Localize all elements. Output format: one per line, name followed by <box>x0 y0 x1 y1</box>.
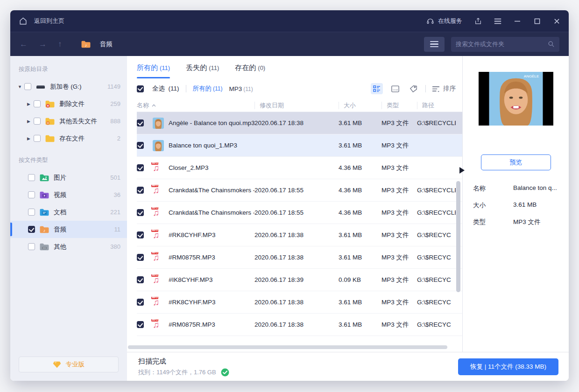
search-input[interactable] <box>456 41 548 48</box>
checkbox-icon[interactable] <box>137 164 144 171</box>
file-type: MP3 文件 <box>381 186 417 195</box>
file-name: Balance ton quoi_1.MP3 <box>169 142 237 149</box>
minimize-button[interactable] <box>514 17 521 25</box>
tab-1[interactable]: 丢失的(11) <box>186 63 219 78</box>
close-icon <box>554 18 560 24</box>
caret-right-icon[interactable]: ▶ <box>27 119 34 124</box>
filetype-label: 音频 <box>54 225 66 234</box>
tree-item-3[interactable]: ▶ 存在文件2 <box>10 130 127 147</box>
checkbox-icon[interactable] <box>28 226 35 233</box>
file-name: #RM0875R.MP3 <box>169 254 215 261</box>
file-date: 2020.06.17 18:38 <box>254 321 339 328</box>
checkbox-icon[interactable] <box>24 83 31 90</box>
caret-right-icon[interactable]: ▶ <box>27 102 34 106</box>
table-row[interactable]: Angèle - Balance ton quoi.mp32020.06.17 … <box>137 112 462 134</box>
tree-item-label: 存在文件 <box>59 134 85 143</box>
table-row[interactable]: ♫MP3Crankdat&The Chainsmokers - ...2020.… <box>137 202 462 224</box>
file-type: MP3 文件 <box>381 119 417 127</box>
pro-version-button[interactable]: 专业版 <box>19 357 119 372</box>
maximize-button[interactable] <box>533 17 541 25</box>
filter-mp3-link[interactable]: MP3(11) <box>229 85 253 92</box>
caret-down-icon[interactable]: ▼ <box>18 84 24 89</box>
up-arrow-icon[interactable]: ↑ <box>58 40 62 49</box>
table-row[interactable]: ♫MP3Closer_2.MP34.36 MBMP3 文件 <box>137 157 462 179</box>
filetype-item-2[interactable]: 文档221 <box>10 203 127 221</box>
share-button[interactable] <box>474 17 482 25</box>
table-row[interactable]: ♫MP3#IK8CYHF.MP32020.06.17 18:390.09 KBM… <box>137 269 462 291</box>
filter-all-link[interactable]: 所有的(11) <box>193 84 223 93</box>
tree-item-2[interactable]: ▶ 其他丢失文件888 <box>10 112 127 130</box>
vertical-scrollbar[interactable] <box>456 181 460 292</box>
checkbox-icon[interactable] <box>34 135 41 142</box>
mp3-badge: MP3 <box>151 252 158 254</box>
back-arrow-icon[interactable]: ← <box>20 40 28 49</box>
file-details: 名称Balance ton q...大小3.61 MB类型MP3 文件 <box>463 184 569 226</box>
checkbox-icon[interactable] <box>34 100 41 107</box>
sort-button[interactable]: 排序 <box>432 84 456 93</box>
back-to-home-button[interactable]: 返回到主页 <box>19 17 64 26</box>
checkbox-icon[interactable] <box>137 187 144 194</box>
checkbox-icon[interactable] <box>137 276 144 283</box>
checkbox-icon[interactable] <box>28 209 35 216</box>
collapse-panel-arrow[interactable] <box>459 167 465 174</box>
mp3-file-icon: ♫MP3 <box>153 274 164 286</box>
checkbox-icon[interactable] <box>137 209 144 216</box>
checkbox-icon[interactable] <box>137 119 144 126</box>
table-row[interactable]: ♫MP3#RK8CYHF.MP32020.06.17 18:383.61 MBM… <box>137 291 462 314</box>
filetype-item-4[interactable]: 其他380 <box>10 238 127 255</box>
checkbox-icon[interactable] <box>137 231 144 238</box>
filetype-item-3[interactable]: ♪音频11 <box>10 221 127 238</box>
column-header-path[interactable]: 路径 <box>417 102 456 109</box>
select-all-checkbox[interactable]: 全选 (11) <box>137 84 179 93</box>
file-size: 3.61 MB <box>339 299 381 306</box>
column-header-date[interactable]: 修改日期 <box>254 102 339 109</box>
tab-2[interactable]: 存在的(0) <box>235 63 265 78</box>
online-service-label: 在线服务 <box>438 17 462 25</box>
column-header-type[interactable]: 类型 <box>381 102 417 109</box>
filetype-item-0[interactable]: 图片501 <box>10 169 127 186</box>
recover-button[interactable]: 恢复 | 11个文件 (38.33 MB) <box>458 358 558 375</box>
table-row[interactable]: ♫MP3#RM0875R.MP32020.06.17 18:383.61 MBM… <box>137 246 462 269</box>
table-row[interactable]: ♫MP3#RM0875R.MP32020.06.17 18:383.61 MBM… <box>137 314 462 336</box>
column-header-name[interactable]: 名称 <box>137 102 254 109</box>
checkbox-icon[interactable] <box>28 191 35 198</box>
checkbox-icon[interactable] <box>137 254 144 261</box>
app-menu-button[interactable] <box>494 17 501 25</box>
tab-0[interactable]: 所有的(11) <box>137 63 170 78</box>
forward-arrow-icon[interactable]: → <box>39 40 47 49</box>
table-row[interactable]: ♫MP3#RK8CYHF.MP32020.06.17 18:383.61 MBM… <box>137 224 462 246</box>
headset-icon <box>426 17 434 25</box>
preview-button[interactable]: 预览 <box>481 154 551 170</box>
filetype-item-1[interactable]: 视频36 <box>10 186 127 203</box>
sidebar: 按原始目录 ▼新加卷 (G:)1149▶ 删除文件259▶ 其他丢失文件888▶… <box>10 56 127 381</box>
tree-item-0[interactable]: ▼新加卷 (G:)1149 <box>10 78 127 95</box>
filter-menu-button[interactable] <box>424 37 445 52</box>
checkbox-icon[interactable] <box>34 118 41 125</box>
checkbox-icon[interactable] <box>137 321 144 328</box>
mp3-file-icon: ♫MP3 <box>153 319 164 330</box>
table-row[interactable]: Balance ton quoi_1.MP33.61 MBMP3 文件 <box>137 134 462 157</box>
divider <box>186 85 186 92</box>
checkbox-icon[interactable] <box>137 142 144 149</box>
table-row[interactable]: ♫MP3Crankdat&The Chainsmokers - ...2020.… <box>137 179 462 202</box>
checkbox-icon[interactable] <box>28 174 35 181</box>
file-path: G:\$RECYCLE. <box>417 209 456 216</box>
caret-right-icon[interactable]: ▶ <box>27 136 34 141</box>
search-icon[interactable] <box>548 41 555 48</box>
horizontal-scrollbar[interactable] <box>128 345 447 349</box>
list-view-button[interactable] <box>371 83 383 94</box>
checkbox-icon[interactable] <box>28 243 35 250</box>
column-header-size[interactable]: 大小 <box>339 102 381 109</box>
tag-view-button[interactable] <box>407 83 419 94</box>
file-type: MP3 文件 <box>381 321 417 329</box>
mp3-file-icon: ♫MP3 <box>153 252 164 263</box>
online-service-button[interactable]: 在线服务 <box>426 17 462 25</box>
detail-view-button[interactable] <box>389 83 401 94</box>
file-name: #IK8CYHF.MP3 <box>169 276 213 283</box>
tree-item-1[interactable]: ▶ 删除文件259 <box>10 95 127 112</box>
file-type: MP3 文件 <box>381 276 417 284</box>
close-button[interactable] <box>553 17 560 25</box>
mp3-badge: MP3 <box>151 230 158 232</box>
checkbox-icon[interactable] <box>137 299 144 306</box>
breadcrumb[interactable]: ♪ 音频 <box>81 40 113 49</box>
